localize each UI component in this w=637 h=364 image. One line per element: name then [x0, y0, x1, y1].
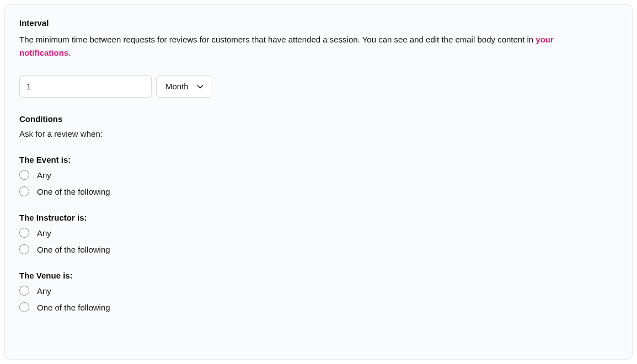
radio-button[interactable]: [19, 170, 29, 180]
radio-row-instructor-any[interactable]: Any: [19, 228, 618, 238]
condition-group-instructor: The Instructor is: Any One of the follow…: [19, 213, 618, 254]
radio-label: Any: [37, 286, 51, 296]
condition-group-venue-title: The Venue is:: [19, 271, 618, 280]
interval-description: The minimum time between requests for re…: [19, 33, 604, 60]
condition-group-event: The Event is: Any One of the following: [19, 155, 618, 196]
radio-row-venue-any[interactable]: Any: [19, 286, 618, 296]
radio-label: One of the following: [37, 187, 110, 196]
radio-button[interactable]: [19, 228, 29, 238]
interval-title: Interval: [19, 18, 618, 28]
radio-button[interactable]: [19, 244, 29, 254]
settings-card: Interval The minimum time between reques…: [4, 4, 633, 360]
radio-row-event-oneof[interactable]: One of the following: [19, 186, 618, 196]
radio-button[interactable]: [19, 302, 29, 312]
condition-group-venue: The Venue is: Any One of the following: [19, 271, 618, 312]
radio-label: One of the following: [37, 245, 110, 254]
interval-value-input[interactable]: [19, 75, 152, 98]
radio-label: Any: [37, 228, 51, 238]
radio-button[interactable]: [19, 286, 29, 296]
chevron-down-icon: [196, 83, 204, 90]
interval-description-text: The minimum time between requests for re…: [19, 35, 536, 44]
condition-group-event-title: The Event is:: [19, 155, 618, 164]
interval-input-row: Month: [19, 75, 618, 98]
radio-label: Any: [37, 170, 51, 180]
conditions-title: Conditions: [19, 114, 618, 124]
radio-row-venue-oneof[interactable]: One of the following: [19, 302, 618, 312]
interval-unit-select[interactable]: Month: [156, 75, 212, 98]
condition-group-instructor-title: The Instructor is:: [19, 213, 618, 222]
radio-row-event-any[interactable]: Any: [19, 170, 618, 180]
conditions-subtitle: Ask for a review when:: [19, 129, 618, 138]
radio-button[interactable]: [19, 186, 29, 196]
radio-label: One of the following: [37, 303, 110, 312]
radio-row-instructor-oneof[interactable]: One of the following: [19, 244, 618, 254]
interval-unit-label: Month: [165, 82, 189, 91]
